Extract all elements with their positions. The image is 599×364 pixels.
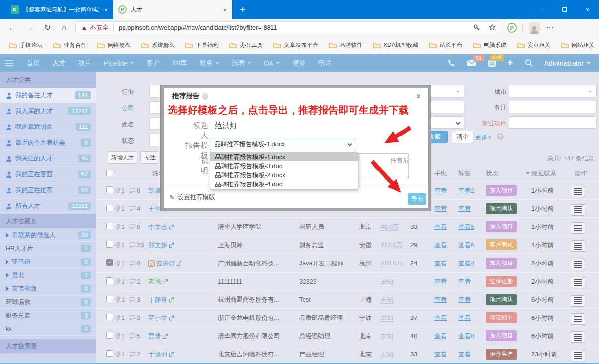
back-icon[interactable]: ←	[3, 23, 21, 32]
browser-tab-inactive[interactable]: K 【极客网址导航】一款简单纯净 ×	[6, 0, 113, 19]
address-bar[interactable]: ▲ 不安全 pp.ppinsoft.cn/webapp/#/nav/candid…	[75, 21, 501, 34]
comment-count[interactable]: 3	[129, 296, 148, 303]
sidebar-item[interactable]: 我的最近浏览 111	[0, 119, 96, 135]
browser-tab-active[interactable]: P 人才 ×	[113, 0, 232, 19]
filter-select-fragment2[interactable]	[431, 116, 464, 129]
comment-count[interactable]: 2	[129, 278, 148, 285]
nav-item[interactable]: 便签	[286, 59, 312, 68]
add-icon[interactable]: +	[508, 57, 513, 68]
nav-item[interactable]: 客户	[140, 59, 166, 68]
view-tags-link[interactable]: 查看6	[458, 241, 474, 249]
view-phone-link[interactable]: 查看	[434, 187, 447, 194]
external-link-icon[interactable]	[169, 297, 174, 303]
view-tags-link[interactable]: 查看2	[458, 187, 474, 194]
salary-link[interactable]: ¥12.0万	[381, 241, 403, 249]
attachment-count[interactable]: 1	[115, 351, 129, 358]
salary-link[interactable]: 未知	[381, 351, 393, 358]
sidebar-item[interactable]: 我关注的人才 46	[0, 151, 96, 167]
attachment-count[interactable]: 1	[115, 241, 129, 249]
candidate-name-link[interactable]: 李文忠	[148, 223, 167, 231]
salary-link[interactable]: 未知	[381, 332, 393, 340]
nav-item[interactable]: Pipeline	[98, 59, 140, 68]
row-checkbox[interactable]	[106, 259, 113, 266]
row-actions-button[interactable]	[571, 240, 585, 252]
candidate-name-link[interactable]: 于涵羽	[148, 350, 167, 359]
status-tag[interactable]: 加入项目	[486, 185, 517, 196]
sidebar-item[interactable]: HR人才库 1	[0, 242, 96, 255]
status-tag[interactable]: 客户面试	[486, 239, 517, 250]
sidebar-item[interactable]: 晨北 1	[0, 269, 96, 282]
browser-menu-icon[interactable]: ⋯	[546, 23, 554, 32]
candidate-name-link[interactable]: 王亚	[148, 205, 161, 213]
close-button[interactable]: ×	[576, 0, 599, 19]
row-checkbox[interactable]	[106, 332, 113, 339]
row-checkbox[interactable]	[106, 241, 113, 248]
bookmark-folder[interactable]: 安卓相关	[512, 41, 556, 49]
view-phone-link[interactable]: 查看	[434, 332, 447, 340]
external-link-icon[interactable]	[169, 242, 174, 248]
sidebar-item[interactable]: 我的正在客面 62	[0, 167, 96, 182]
view-tags-link[interactable]: 查看4	[458, 260, 474, 267]
home-icon[interactable]: ⌂	[56, 23, 71, 32]
salary-link[interactable]: 未知	[381, 296, 393, 304]
view-phone-link[interactable]: 查看	[434, 223, 447, 230]
view-phone-link[interactable]: 查看	[434, 351, 447, 358]
row-actions-button[interactable]	[571, 204, 585, 216]
attachment-count[interactable]: 1	[115, 332, 129, 340]
clear-button[interactable]: 清空	[452, 131, 473, 143]
security-warning-text[interactable]: 不安全	[90, 23, 109, 32]
row-checkbox[interactable]	[106, 296, 113, 302]
row-actions-button[interactable]	[571, 259, 585, 270]
comment-count[interactable]: 2	[129, 351, 148, 358]
status-tag[interactable]: 项目淘汰	[486, 294, 517, 305]
view-tags-link[interactable]: 查看5	[458, 223, 474, 230]
forward-icon[interactable]: →	[21, 23, 39, 32]
view-phone-link[interactable]: 查看	[434, 314, 447, 321]
view-tags-link[interactable]: 查看8	[458, 332, 474, 340]
header-recent-contact[interactable]: 最近联系	[531, 169, 571, 178]
tab2-close-icon[interactable]: ×	[222, 6, 227, 13]
row-checkbox[interactable]	[106, 186, 113, 193]
nav-item[interactable]: 报表	[226, 59, 258, 68]
row-checkbox[interactable]	[106, 314, 113, 320]
bookmark-folder[interactable]: 网站相关	[556, 41, 599, 49]
salary-link[interactable]: ¥0.0万	[381, 223, 399, 231]
candidate-name-link[interactable]: 范洪灯	[156, 259, 175, 268]
filter-input-fragment[interactable]	[431, 101, 464, 113]
menu-hamburger-icon[interactable]	[5, 60, 13, 66]
sidebar-item[interactable]: 财务总监 3	[0, 309, 96, 322]
user-menu[interactable]: Administrator	[544, 59, 590, 67]
tab1-close-icon[interactable]: ×	[103, 6, 109, 13]
report-template-select[interactable]: 品聘推荐报告模板-1.docx	[210, 138, 356, 150]
new-tab-button[interactable]: +	[232, 0, 253, 19]
more-filters-link[interactable]: 更多»	[475, 133, 492, 142]
row-actions-button[interactable]	[571, 277, 585, 288]
status-tag[interactable]: 加入项目	[486, 258, 517, 269]
row-checkbox[interactable]	[106, 205, 113, 211]
nav-item[interactable]: 项目	[72, 59, 98, 68]
salary-link[interactable]: 未知	[381, 278, 393, 285]
nav-item[interactable]: 电话	[312, 59, 338, 68]
filter-select-fragment[interactable]	[431, 85, 464, 97]
view-tags-link[interactable]: 查看	[458, 314, 471, 321]
bookmark-folder[interactable]: 站长平台	[424, 41, 468, 49]
sort-caret-icon[interactable]	[526, 172, 530, 174]
sidebar-item[interactable]: 环球易购 0	[0, 296, 96, 309]
candidate-name-link[interactable]: 曹倩	[148, 332, 161, 341]
attachment-count[interactable]: 1	[115, 278, 129, 285]
status-tag[interactable]: 项目淘汰	[486, 203, 517, 214]
minimize-button[interactable]	[530, 0, 553, 19]
row-actions-button[interactable]	[571, 313, 585, 325]
header-tags[interactable]: 标签	[458, 169, 486, 178]
dropdown-option[interactable]: 品聘推荐报告模板-1.docx	[210, 152, 358, 161]
extension-p-icon[interactable]: P	[507, 23, 517, 33]
nav-item[interactable]: OA	[258, 59, 286, 68]
sidebar-item[interactable]: 亚马逊 0	[0, 255, 96, 269]
bookmark-folder[interactable]: XDA机型收藏	[368, 41, 424, 49]
nav-item[interactable]: 人才	[46, 59, 72, 68]
row-actions-button[interactable]	[571, 222, 585, 234]
candidate-name-link[interactable]: 丁静睿	[148, 296, 167, 304]
bookmark-folder[interactable]: 文章发布平台	[268, 41, 324, 49]
sidebar-item[interactable]: 我的备注人才 144	[0, 88, 96, 103]
sidebar-item[interactable]: 最近两个月看机会 6	[0, 135, 96, 151]
